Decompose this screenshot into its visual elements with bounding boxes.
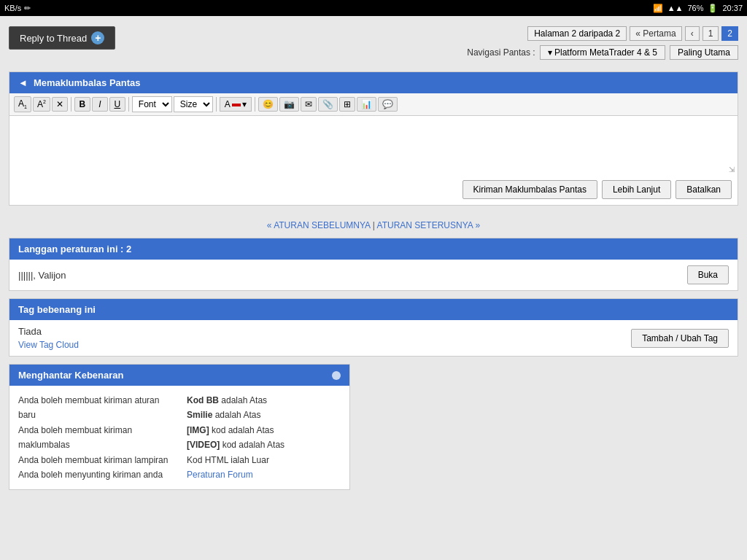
cancel-button[interactable]: Batalkan bbox=[676, 180, 732, 199]
color-button[interactable]: A ▾ bbox=[220, 97, 252, 112]
page-info: Halaman 2 daripada 2 « Pertama ‹ 1 2 bbox=[467, 26, 738, 41]
code-4: [VIDEO] kod adalah Atas bbox=[187, 438, 341, 452]
size-select[interactable]: Size bbox=[174, 96, 213, 112]
editor-body[interactable]: ⇲ bbox=[9, 116, 738, 174]
emoji-button-3[interactable]: ✉ bbox=[301, 97, 317, 112]
page-2-button[interactable]: 2 bbox=[721, 26, 738, 41]
reply-to-thread-button[interactable]: Reply to Thread + bbox=[9, 26, 115, 50]
nav-row: Navigasi Pantas : ▾ Platform MetaTrader … bbox=[467, 45, 738, 60]
tag-panel-title: Tag bebenang ini bbox=[18, 304, 96, 315]
toolbar-separator-2 bbox=[128, 97, 129, 112]
menghantar-panel: Menghantar Kebenaran Anda boleh membuat … bbox=[9, 364, 350, 490]
emoji-button-2[interactable]: 📷 bbox=[279, 97, 299, 112]
toolbar-separator-3 bbox=[216, 97, 217, 112]
font-select[interactable]: Font bbox=[132, 96, 172, 112]
menghantar-body: Anda boleh membuat kiriman aturan baru A… bbox=[9, 386, 349, 489]
editor-toolbar: A1 A2 ✕ B I U Font Size A ▾ 😊 📷 ✉ bbox=[9, 93, 738, 116]
editor-panel-title: Memaklumbalas Pantas bbox=[34, 77, 141, 88]
prev-rule-link[interactable]: « ATURAN SEBELUMNYA bbox=[267, 220, 371, 230]
arrow-icon: ◄ bbox=[18, 77, 28, 88]
pagination-area: Halaman 2 daripada 2 « Pertama ‹ 1 2 Nav… bbox=[467, 26, 738, 60]
code-3: [IMG] kod adalah Atas bbox=[187, 423, 341, 438]
add-tag-button[interactable]: Tambah / Ubah Tag bbox=[631, 329, 729, 348]
tag-panel: Tag bebenang ini Tiada View Tag Cloud Ta… bbox=[9, 298, 738, 357]
metatrader-nav-button[interactable]: ▾ Platform MetaTrader 4 & 5 bbox=[540, 45, 665, 60]
reply-label: Reply to Thread bbox=[20, 33, 87, 44]
rule-2: Anda boleh membuat kiriman maklumbalas bbox=[18, 423, 172, 453]
code-5: Kod HTML ialah Luar bbox=[187, 453, 341, 467]
editor-panel: ◄ Memaklumbalas Pantas A1 A2 ✕ B I U Fon… bbox=[9, 71, 738, 206]
wifi-icon: 📶 bbox=[653, 4, 663, 13]
no-tag-label: Tiada bbox=[18, 326, 79, 337]
rule-4: Anda boleh menyunting kiriman anda bbox=[18, 467, 172, 482]
code-1: Kod BB adalah Atas bbox=[187, 393, 341, 408]
toolbar-underline-button[interactable]: U bbox=[109, 97, 125, 112]
open-button[interactable]: Buka bbox=[687, 265, 729, 284]
rule-3: Anda boleh membuat kiriman lampiran bbox=[18, 453, 172, 467]
toolbar-italic-button[interactable]: I bbox=[92, 97, 108, 112]
resize-handle[interactable]: ⇲ bbox=[729, 166, 736, 173]
menghantar-header: Menghantar Kebenaran bbox=[9, 365, 349, 386]
emoji-button-5[interactable]: ⊞ bbox=[339, 97, 355, 112]
emoji-button-4[interactable]: 📎 bbox=[318, 97, 338, 112]
page-1-button[interactable]: 1 bbox=[703, 26, 719, 41]
langgan-row: ||||||, Valijon Buka bbox=[9, 260, 738, 290]
next-rule-link[interactable]: ATURAN SETERUSNYA » bbox=[377, 220, 481, 230]
top-bar: Reply to Thread + Halaman 2 daripada 2 «… bbox=[9, 22, 738, 64]
toolbar-font-size-btn1[interactable]: A1 bbox=[14, 96, 31, 112]
first-page-button[interactable]: « Pertama bbox=[630, 26, 681, 41]
plus-icon: + bbox=[91, 31, 104, 44]
emoji-button-7[interactable]: 💬 bbox=[378, 97, 398, 112]
forum-link[interactable]: Peraturan Forum bbox=[187, 470, 253, 480]
signal-icon: ▲▲ bbox=[667, 4, 684, 12]
page-dropdown-button[interactable]: Halaman 2 daripada 2 bbox=[527, 26, 627, 41]
status-bar-right: 📶 ▲▲ 76% 🔋 20:37 bbox=[653, 4, 743, 13]
tag-panel-header: Tag bebenang ini bbox=[9, 299, 738, 320]
code-2: Smilie adalah Atas bbox=[187, 408, 341, 422]
nav-links: « ATURAN SEBELUMNYA | ATURAN SETERUSNYA … bbox=[9, 213, 738, 238]
langgan-panel-header: Langgan peraturan ini : 2 bbox=[9, 238, 738, 260]
rule-1: Anda boleh membuat kiriman aturan baru bbox=[18, 393, 172, 423]
send-reply-button[interactable]: Kiriman Maklumbalas Pantas bbox=[462, 180, 597, 199]
langgan-title: Langgan peraturan ini : 2 bbox=[18, 244, 131, 254]
action-row: Kiriman Maklumbalas Pantas Lebih Lanjut … bbox=[9, 174, 738, 205]
toolbar-separator-4 bbox=[255, 97, 255, 112]
rules-col: Anda boleh membuat kiriman aturan baru A… bbox=[18, 393, 172, 482]
view-tag-cloud-link[interactable]: View Tag Cloud bbox=[18, 340, 79, 350]
status-bar: KB/s ✏ 📶 ▲▲ 76% 🔋 20:37 bbox=[0, 0, 747, 16]
prev-page-button[interactable]: ‹ bbox=[685, 26, 700, 41]
menghantar-title: Menghantar Kebenaran bbox=[18, 370, 123, 381]
edit-icon: ✏ bbox=[24, 4, 31, 13]
main-container: Reply to Thread + Halaman 2 daripada 2 «… bbox=[0, 16, 747, 503]
nav-label: Navigasi Pantas : bbox=[467, 47, 535, 58]
status-bar-left: KB/s ✏ bbox=[4, 4, 31, 13]
kb-indicator: KB/s bbox=[4, 4, 21, 12]
emoji-button-6[interactable]: 📊 bbox=[357, 97, 376, 112]
battery-level: 76% bbox=[687, 4, 703, 12]
tag-left: Tiada View Tag Cloud bbox=[18, 326, 79, 350]
toolbar-font-size-btn2[interactable]: A2 bbox=[33, 97, 50, 112]
time-display: 20:37 bbox=[722, 4, 743, 12]
paling-utama-button[interactable]: Paling Utama bbox=[670, 45, 738, 60]
indicator-dot bbox=[332, 371, 341, 380]
color-dropdown-arrow: ▾ bbox=[242, 99, 247, 109]
battery-icon: 🔋 bbox=[708, 4, 718, 13]
langgan-panel: Langgan peraturan ini : 2 ||||||, Valijo… bbox=[9, 238, 738, 291]
toolbar-clear-btn[interactable]: ✕ bbox=[52, 97, 68, 112]
tag-row: Tiada View Tag Cloud Tambah / Ubah Tag bbox=[9, 320, 738, 356]
editor-panel-header: ◄ Memaklumbalas Pantas bbox=[9, 72, 738, 93]
color-label: A bbox=[225, 99, 231, 109]
more-button[interactable]: Lebih Lanjut bbox=[602, 180, 671, 199]
subscriber-name: ||||||, Valijon bbox=[18, 270, 66, 281]
toolbar-separator-1 bbox=[71, 97, 71, 112]
emoji-button-1[interactable]: 😊 bbox=[258, 97, 278, 112]
toolbar-bold-button[interactable]: B bbox=[74, 97, 90, 112]
color-swatch bbox=[232, 104, 241, 106]
codes-col: Kod BB adalah Atas Smilie adalah Atas [I… bbox=[187, 393, 341, 482]
